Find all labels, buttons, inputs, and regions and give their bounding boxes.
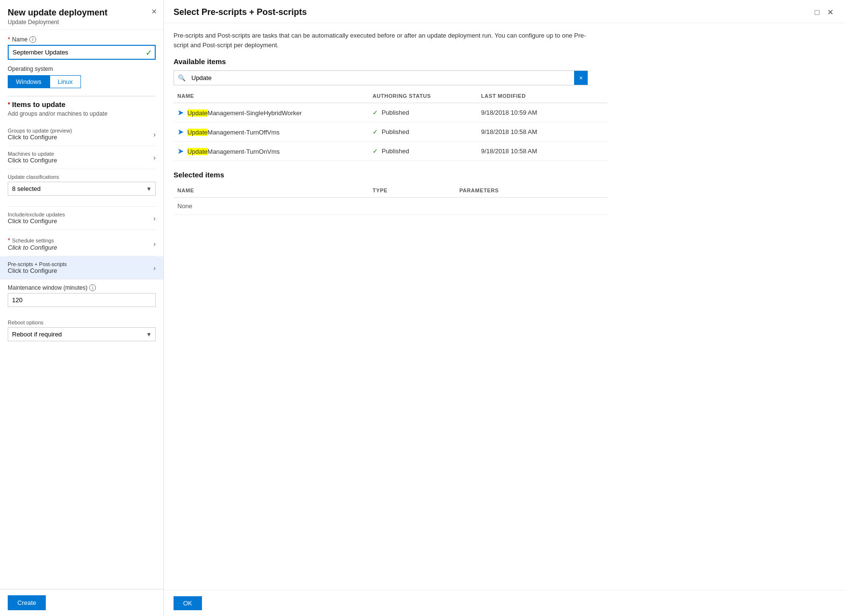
- machines-row-left: Machines to update Click to Configure: [8, 151, 57, 164]
- name-highlight: Update: [188, 148, 208, 155]
- left-body: * Name i ✓ Operating system Windows Linu…: [0, 30, 163, 589]
- items-subtitle: Add groups and/or machines to update: [8, 110, 156, 117]
- name-info-icon[interactable]: i: [29, 36, 36, 43]
- include-exclude-row[interactable]: Include/exclude updates Click to Configu…: [8, 207, 156, 230]
- maintenance-info-icon[interactable]: i: [89, 284, 96, 291]
- create-button[interactable]: Create: [8, 595, 46, 610]
- schedule-left: * Schedule settings Click to Configure: [8, 237, 57, 251]
- available-row-modified: 9/18/2018 10:59 AM: [477, 103, 607, 122]
- script-icon: ➤: [177, 128, 184, 136]
- right-header: Select Pre-scripts + Post-scripts □ ✕: [164, 0, 845, 23]
- include-exclude-value: Click to Configure: [8, 217, 65, 225]
- reboot-select-wrapper: Reboot if required ▼: [8, 327, 156, 341]
- panel-subtitle: Update Deployment: [8, 19, 156, 26]
- pre-post-chevron-icon: ›: [153, 264, 156, 272]
- script-icon: ➤: [177, 147, 184, 155]
- os-linux-button[interactable]: Linux: [50, 75, 81, 88]
- right-header-buttons: □ ✕: [813, 7, 835, 18]
- selected-items-heading: Selected items: [174, 171, 835, 179]
- name-field-label: * Name i: [8, 36, 156, 43]
- section-divider: [8, 96, 156, 96]
- groups-to-update-row[interactable]: Groups to update (preview) Click to Conf…: [8, 123, 156, 146]
- published-check-icon: ✓: [373, 147, 378, 155]
- available-items-table: NAME AUTHORING STATUS LAST MODIFIED ➤ Up…: [174, 89, 607, 161]
- machines-to-update-row[interactable]: Machines to update Click to Configure ›: [8, 146, 156, 169]
- pre-post-value: Click to Configure: [8, 267, 67, 274]
- items-to-update-title: * Items to update: [8, 100, 156, 108]
- available-row-name: ➤ UpdateManagement-SingleHybridWorker: [174, 103, 369, 122]
- groups-row-value: Click to Configure: [8, 134, 72, 141]
- available-row-status: ✓ Published: [369, 103, 477, 122]
- groups-chevron-icon: ›: [153, 131, 156, 138]
- reboot-section: Reboot options Reboot if required ▼: [8, 318, 156, 353]
- published-check-icon: ✓: [373, 109, 378, 116]
- schedule-label: Schedule settings: [12, 238, 54, 243]
- available-table-container: NAME AUTHORING STATUS LAST MODIFIED ➤ Up…: [174, 89, 607, 161]
- clear-search-button[interactable]: ×: [574, 71, 588, 85]
- search-bar: 🔍 ×: [174, 70, 588, 85]
- available-table-row[interactable]: ➤ UpdateManagement-TurnOnVms ✓ Published…: [174, 142, 607, 161]
- maximize-button[interactable]: □: [813, 7, 821, 18]
- search-input[interactable]: [189, 71, 574, 85]
- os-label: Operating system: [8, 66, 156, 72]
- schedule-chevron-icon: ›: [153, 240, 156, 248]
- machines-row-label: Machines to update: [8, 151, 57, 157]
- name-input[interactable]: [8, 45, 156, 60]
- available-row-status: ✓ Published: [369, 122, 477, 142]
- os-buttons: Windows Linux: [8, 75, 156, 88]
- left-panel: New update deployment Update Deployment …: [0, 0, 164, 616]
- right-panel-title: Select Pre-scripts + Post-scripts: [174, 7, 307, 17]
- right-footer: OK: [164, 590, 845, 616]
- available-row-modified: 9/18/2018 10:58 AM: [477, 142, 607, 161]
- available-table-row[interactable]: ➤ UpdateManagement-TurnOffVms ✓ Publishe…: [174, 122, 607, 142]
- available-row-name: ➤ UpdateManagement-TurnOnVms: [174, 142, 369, 161]
- required-star: *: [8, 36, 10, 43]
- os-windows-button[interactable]: Windows: [8, 75, 50, 88]
- available-table-header: NAME AUTHORING STATUS LAST MODIFIED: [174, 89, 607, 103]
- selected-table-container: NAME TYPE PARAMETERS None: [174, 184, 607, 215]
- name-highlight: Update: [188, 129, 208, 136]
- groups-row-left: Groups to update (preview) Click to Conf…: [8, 128, 72, 141]
- maintenance-input[interactable]: [8, 293, 156, 307]
- description-text: Pre-scripts and Post-scripts are tasks t…: [174, 31, 588, 50]
- close-right-button[interactable]: ✕: [825, 7, 835, 18]
- pre-post-scripts-row[interactable]: Pre-scripts + Post-scripts Click to Conf…: [0, 256, 163, 280]
- available-row-status: ✓ Published: [369, 142, 477, 161]
- selected-name-header: NAME: [174, 184, 369, 198]
- close-button[interactable]: ×: [151, 7, 157, 17]
- available-modified-header: LAST MODIFIED: [477, 89, 607, 103]
- maintenance-section: Maintenance window (minutes) i: [8, 280, 156, 318]
- selected-none-row: None: [174, 198, 607, 215]
- script-icon: ➤: [177, 108, 184, 117]
- name-label-text: Name: [12, 36, 27, 43]
- schedule-settings-row[interactable]: * Schedule settings Click to Configure ›: [8, 232, 156, 256]
- items-title-text: Items to update: [12, 100, 66, 108]
- reboot-dropdown[interactable]: Reboot if required: [8, 327, 156, 341]
- name-check-icon: ✓: [146, 48, 152, 57]
- available-name-header: NAME: [174, 89, 369, 103]
- published-check-icon: ✓: [373, 128, 378, 135]
- include-exclude-chevron-icon: ›: [153, 214, 156, 222]
- published-text: Published: [382, 147, 409, 155]
- classifications-label: Update classifications: [8, 174, 156, 180]
- right-body: Pre-scripts and Post-scripts are tasks t…: [164, 23, 845, 590]
- available-table-row[interactable]: ➤ UpdateManagement-SingleHybridWorker ✓ …: [174, 103, 607, 122]
- include-exclude-label: Include/exclude updates: [8, 212, 65, 217]
- classifications-dropdown[interactable]: 8 selected: [8, 182, 156, 196]
- available-row-modified: 9/18/2018 10:58 AM: [477, 122, 607, 142]
- groups-row-label: Groups to update (preview): [8, 128, 72, 134]
- pre-post-label: Pre-scripts + Post-scripts: [8, 261, 67, 267]
- machines-row-value: Click to Configure: [8, 157, 57, 164]
- update-classifications-section: Update classifications 8 selected ▼: [8, 169, 156, 207]
- left-footer: Create: [0, 589, 163, 616]
- name-suffix: Management-TurnOffVms: [208, 129, 280, 136]
- ok-button[interactable]: OK: [174, 596, 202, 610]
- reboot-label: Reboot options: [8, 320, 156, 325]
- selected-table-body: None: [174, 198, 607, 215]
- name-highlight: Update: [188, 109, 208, 117]
- published-text: Published: [382, 109, 409, 116]
- selected-type-header: TYPE: [369, 184, 456, 198]
- available-authoring-header: AUTHORING STATUS: [369, 89, 477, 103]
- items-required-star: *: [8, 101, 10, 108]
- selected-items-table: NAME TYPE PARAMETERS None: [174, 184, 607, 215]
